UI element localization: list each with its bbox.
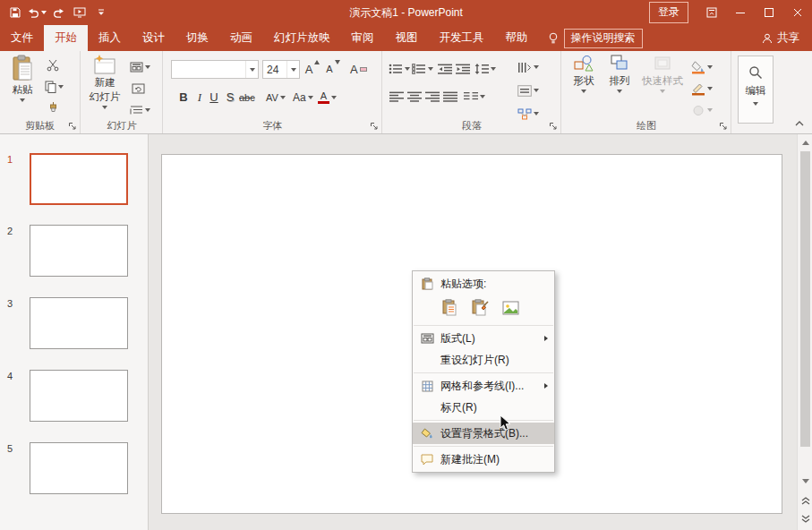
text-shadow-button[interactable]: S: [223, 88, 237, 107]
decrease-indent-button[interactable]: [437, 60, 453, 78]
copy-button[interactable]: [45, 78, 64, 96]
layout-button[interactable]: [130, 58, 150, 76]
menu-item-format-background[interactable]: 设置背景格式(B)...: [413, 423, 554, 444]
slide-editing-area[interactable]: 粘贴选项: 版式(L): [149, 134, 797, 530]
text-direction-button[interactable]: [517, 58, 539, 76]
redo-button[interactable]: [48, 2, 68, 23]
scroll-down-button[interactable]: [798, 474, 812, 489]
slide-thumbnail-4[interactable]: [30, 370, 128, 422]
scrollbar-thumb[interactable]: [800, 151, 810, 447]
line-spacing-icon: [474, 64, 489, 74]
tab-review[interactable]: 审阅: [341, 25, 385, 51]
menu-item-layout[interactable]: 版式(L): [413, 328, 554, 349]
customize-qat-button[interactable]: [91, 2, 111, 23]
menu-item-ruler[interactable]: 标尺(R): [413, 397, 554, 418]
justify-button[interactable]: [442, 88, 458, 106]
section-button[interactable]: [130, 101, 150, 119]
person-icon: [762, 33, 773, 44]
font-color-label: A: [321, 91, 327, 101]
tab-insert[interactable]: 插入: [88, 25, 132, 51]
change-case-button[interactable]: Aa: [293, 88, 313, 107]
line-spacing-button[interactable]: [474, 60, 496, 78]
paste-button[interactable]: 粘贴: [5, 55, 39, 124]
strikethrough-button[interactable]: abc: [239, 88, 255, 107]
editing-button[interactable]: 编辑: [738, 56, 774, 124]
double-chevron-up-icon: [801, 497, 810, 505]
font-size-combobox[interactable]: 24: [262, 60, 300, 79]
paste-keep-source-formatting-button[interactable]: [470, 297, 492, 318]
tab-slideshow[interactable]: 幻灯片放映: [263, 25, 341, 51]
shapes-button[interactable]: 形状: [566, 55, 602, 124]
tab-view[interactable]: 视图: [385, 25, 429, 51]
close-button[interactable]: [783, 0, 812, 25]
reset-slide-button[interactable]: [130, 80, 146, 98]
slide-number-1: 1: [7, 154, 13, 165]
undo-button[interactable]: [27, 2, 47, 23]
paste-picture-button[interactable]: [500, 297, 522, 318]
font-dialog-launcher[interactable]: [369, 121, 380, 132]
slide-thumbnail-3[interactable]: [30, 297, 128, 349]
clipboard-dialog-launcher[interactable]: [67, 121, 78, 132]
clear-formatting-label: A: [350, 63, 358, 76]
columns-button[interactable]: [464, 88, 485, 106]
shape-effects-button[interactable]: [691, 101, 713, 119]
paste-dropdown-icon: [20, 98, 25, 102]
character-spacing-button[interactable]: AV: [266, 88, 286, 107]
paragraph-dialog-launcher[interactable]: [548, 121, 559, 132]
format-painter-button[interactable]: [45, 99, 61, 117]
font-color-button[interactable]: A: [318, 88, 337, 107]
quick-styles-button[interactable]: 快速样式: [639, 55, 686, 124]
tab-help[interactable]: 帮助: [495, 25, 539, 51]
tab-developer[interactable]: 开发工具: [429, 25, 495, 51]
font-name-combobox[interactable]: [171, 60, 259, 79]
tab-home[interactable]: 开始: [44, 25, 88, 51]
clear-formatting-button[interactable]: A: [350, 60, 367, 78]
increase-indent-button[interactable]: [455, 60, 471, 78]
tab-animations[interactable]: 动画: [219, 25, 263, 51]
arrange-button[interactable]: 排列: [603, 55, 636, 124]
bullets-button[interactable]: [389, 60, 410, 78]
bold-button[interactable]: B: [176, 88, 191, 107]
shape-outline-button[interactable]: [691, 80, 713, 98]
scroll-up-button[interactable]: [798, 135, 812, 150]
italic-button[interactable]: I: [192, 88, 207, 107]
slide-thumbnail-2[interactable]: [30, 225, 128, 277]
align-right-button[interactable]: [424, 88, 440, 106]
underline-button[interactable]: U: [207, 88, 221, 107]
slide-thumbnail-1[interactable]: [30, 153, 128, 205]
vertical-scrollbar[interactable]: [797, 134, 812, 530]
share-button[interactable]: 共享: [762, 25, 812, 51]
tab-design[interactable]: 设计: [132, 25, 175, 51]
save-button[interactable]: [5, 2, 25, 23]
align-text-button[interactable]: [517, 81, 539, 99]
paste-icon: [12, 55, 33, 81]
cut-button[interactable]: [45, 56, 61, 74]
next-slide-button[interactable]: [798, 511, 812, 526]
numbering-button[interactable]: [412, 60, 433, 78]
new-slide-button[interactable]: 新建 幻灯片: [84, 55, 125, 124]
sign-in-button[interactable]: 登录: [649, 2, 688, 23]
previous-slide-button[interactable]: [798, 493, 812, 509]
clipboard-group: 粘贴 剪贴板: [0, 51, 81, 133]
start-slideshow-button[interactable]: [70, 2, 90, 23]
text-direction-dropdown-icon: [534, 65, 539, 69]
tab-file[interactable]: 文件: [0, 25, 44, 51]
ribbon-display-options-button[interactable]: [697, 0, 726, 25]
maximize-button[interactable]: [755, 0, 783, 25]
collapse-ribbon-button[interactable]: [792, 118, 807, 129]
slide-thumbnail-5[interactable]: [30, 442, 128, 494]
shrink-font-button[interactable]: A: [325, 60, 341, 78]
menu-item-grid-guides[interactable]: 网格和参考线(I)...: [413, 375, 554, 397]
align-left-button[interactable]: [389, 88, 405, 106]
paste-use-destination-theme-button[interactable]: [440, 297, 463, 318]
menu-item-new-comment[interactable]: 新建批注(M): [413, 449, 554, 470]
tab-transitions[interactable]: 切换: [175, 25, 219, 51]
grow-font-button[interactable]: A: [304, 60, 321, 78]
menu-item-reset-slide[interactable]: 重设幻灯片(R): [413, 349, 554, 371]
minimize-button[interactable]: [726, 0, 755, 25]
drawing-dialog-launcher[interactable]: [718, 121, 729, 132]
align-center-button[interactable]: [406, 88, 423, 106]
tell-me-search[interactable]: 操作说明搜索: [548, 25, 643, 51]
tell-me-label: 操作说明搜索: [564, 29, 643, 48]
shape-fill-button[interactable]: [691, 58, 713, 76]
